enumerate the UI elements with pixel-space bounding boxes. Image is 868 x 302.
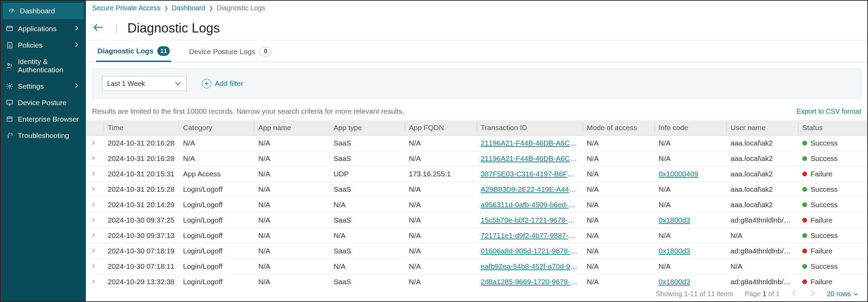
col-txn[interactable]: Transaction ID bbox=[477, 120, 583, 136]
table-row: 2024-10-30 07:18:19 Login/Logoff N/A Saa… bbox=[86, 243, 867, 259]
cell-user: N/A bbox=[726, 228, 798, 243]
sidebar-item-label: Dashboard bbox=[20, 7, 55, 15]
sidebar-item-label: Device Posture bbox=[18, 99, 66, 107]
breadcrumb-mid[interactable]: Dashboard bbox=[172, 4, 205, 12]
add-column-button[interactable]: + bbox=[866, 120, 867, 136]
expand-row-button[interactable] bbox=[90, 170, 97, 177]
next-page-button[interactable] bbox=[809, 290, 815, 298]
cell-info-code: N/A bbox=[655, 197, 726, 213]
expand-row-button[interactable] bbox=[90, 232, 97, 239]
sidebar-item-policies[interactable]: Policies bbox=[1, 37, 86, 53]
cell-transaction-id[interactable]: 721711e1-d9f2-4b77-9887-6e38a… bbox=[477, 228, 583, 243]
add-filter-label: Add filter bbox=[215, 79, 243, 88]
col-user[interactable]: User name bbox=[726, 120, 798, 136]
cell-transaction-id[interactable]: A29B83D9-2E22-419E-A44F-82… bbox=[477, 182, 583, 197]
col-mode[interactable]: Mode of access bbox=[583, 120, 655, 136]
col-fqdn[interactable]: App FQDN bbox=[405, 120, 477, 136]
cell-app-name: N/A bbox=[254, 136, 329, 151]
sidebar-item-label: Identity & Authentication bbox=[18, 58, 80, 74]
prev-page-button[interactable] bbox=[791, 290, 798, 298]
sidebar-item-identity-authentication[interactable]: Identity & Authentication bbox=[1, 53, 86, 78]
expand-row-button[interactable] bbox=[90, 247, 97, 254]
time-range-select[interactable]: Last 1 Week bbox=[102, 76, 187, 91]
col-info[interactable]: Info code bbox=[655, 120, 726, 136]
cell-status: Failure bbox=[798, 213, 866, 228]
sidebar-item-device-posture[interactable]: Device Posture bbox=[1, 95, 86, 111]
expand-row-button[interactable] bbox=[90, 263, 97, 269]
cell-info-code[interactable]: 0x1800d3 bbox=[655, 213, 726, 228]
breadcrumb-root[interactable]: Secure Private Access bbox=[92, 4, 160, 12]
sidebar-icon bbox=[5, 82, 14, 90]
cell-app-type: SaaS bbox=[329, 243, 405, 259]
cell-transaction-id[interactable]: 01606a8d-905d-1721-9678-000d… bbox=[477, 243, 583, 259]
cell-user: ad:g8a4thnldlnb/565… bbox=[726, 243, 798, 259]
filter-bar: Last 1 Week + Add filter bbox=[92, 68, 861, 99]
col-app-name[interactable]: App name bbox=[254, 120, 329, 136]
logs-table-wrap: Time Category App name App type App FQDN… bbox=[86, 120, 867, 287]
sidebar-item-label: Applications bbox=[18, 25, 56, 33]
tab-diagnostic-logs[interactable]: Diagnostic Logs 11 bbox=[96, 41, 171, 62]
cell-app-type: SaaS bbox=[329, 136, 405, 151]
cell-app-name: N/A bbox=[254, 243, 329, 259]
expand-row-button[interactable] bbox=[90, 201, 97, 208]
expand-row-button[interactable] bbox=[90, 155, 97, 162]
sidebar-item-applications[interactable]: Applications bbox=[1, 21, 86, 37]
sidebar-icon bbox=[5, 115, 14, 123]
breadcrumb-leaf: Diagnostic Logs bbox=[217, 4, 265, 12]
cell-app-type: SaaS bbox=[329, 151, 405, 166]
cell-info-code[interactable]: 0x1800d3 bbox=[655, 274, 726, 287]
cell-fqdn: N/A bbox=[405, 151, 477, 166]
results-note: Results are limited to the first 10000 r… bbox=[92, 107, 404, 115]
expand-row-button[interactable] bbox=[90, 216, 97, 223]
cell-time: 2024-10-31 20:16:28 bbox=[104, 151, 179, 166]
svg-point-0 bbox=[11, 11, 12, 12]
cell-category: N/A bbox=[179, 151, 254, 166]
col-app-type[interactable]: App type bbox=[329, 120, 405, 136]
page-title: Diagnostic Logs bbox=[127, 21, 220, 36]
sidebar-item-enterprise-browser[interactable]: Enterprise Browser bbox=[1, 111, 86, 127]
sidebar-item-dashboard[interactable]: Dashboard bbox=[3, 3, 84, 19]
sidebar-icon bbox=[5, 25, 14, 33]
back-icon[interactable] bbox=[92, 23, 106, 34]
table-row: 2024-10-31 20:16:28 N/A N/A SaaS N/A 211… bbox=[86, 151, 867, 166]
status-dot-icon bbox=[802, 187, 807, 192]
add-filter-button[interactable]: + Add filter bbox=[202, 79, 243, 88]
cell-mode: N/A bbox=[583, 136, 655, 151]
cell-info-code[interactable]: 0x10000409 bbox=[655, 166, 726, 182]
col-category[interactable]: Category bbox=[179, 120, 254, 136]
cell-app-name: N/A bbox=[254, 228, 329, 243]
status-dot-icon bbox=[802, 264, 807, 269]
cell-transaction-id[interactable]: 21196A21-F44B-46DB-A6CB-A89… bbox=[477, 151, 583, 166]
cell-transaction-id[interactable]: a956311d-0afb-4509-b6ed-40bb… bbox=[477, 197, 583, 213]
col-time[interactable]: Time bbox=[104, 120, 179, 136]
cell-category: Login/Logoff bbox=[179, 259, 254, 274]
cell-app-type: N/A bbox=[329, 197, 405, 213]
breadcrumb: Secure Private Access ❯ Dashboard ❯ Diag… bbox=[86, 1, 867, 14]
cell-mode: N/A bbox=[583, 213, 655, 228]
cell-transaction-id[interactable]: 21196A21-F44B-46DB-A6CB-A89… bbox=[477, 136, 583, 151]
sidebar-item-settings[interactable]: Settings bbox=[1, 78, 86, 95]
expand-row-button[interactable] bbox=[90, 186, 97, 192]
rows-per-page-select[interactable]: 20 rows bbox=[827, 290, 858, 298]
col-status[interactable]: Status bbox=[798, 120, 866, 136]
cell-status: Success bbox=[798, 151, 866, 166]
sidebar-item-troubleshooting[interactable]: Troubleshooting bbox=[1, 127, 86, 144]
cell-mode: N/A bbox=[583, 197, 655, 213]
expand-row-button[interactable] bbox=[90, 139, 97, 146]
cell-app-type: SaaS bbox=[329, 274, 405, 287]
export-csv-link[interactable]: Export to CSV format bbox=[796, 108, 861, 115]
cell-mode: N/A bbox=[583, 243, 655, 259]
cell-transaction-id[interactable]: 2d8a1285-9669-1720-9678-000d… bbox=[477, 274, 583, 287]
svg-rect-5 bbox=[7, 117, 12, 122]
tab-posture-label: Device Posture Logs bbox=[189, 48, 255, 56]
cell-info-code[interactable]: 0x1800d3 bbox=[655, 243, 726, 259]
tab-device-posture-logs[interactable]: Device Posture Logs 0 bbox=[187, 41, 273, 61]
cell-transaction-id[interactable]: 387F5E03-C316-4197-B6FF-FBB… bbox=[477, 166, 583, 182]
cell-transaction-id[interactable]: eafb92ea-54b8-452f-a70d-93fa… bbox=[477, 259, 583, 274]
cell-category: N/A bbox=[179, 136, 254, 151]
cell-status: Success bbox=[798, 197, 866, 213]
page-indicator: Page 1 of 1 bbox=[745, 290, 780, 298]
expand-row-button[interactable] bbox=[90, 278, 97, 285]
cell-transaction-id[interactable]: 15c5b70e-b0f2-1721-9678-0022… bbox=[477, 213, 583, 228]
cell-app-name: N/A bbox=[254, 274, 329, 287]
